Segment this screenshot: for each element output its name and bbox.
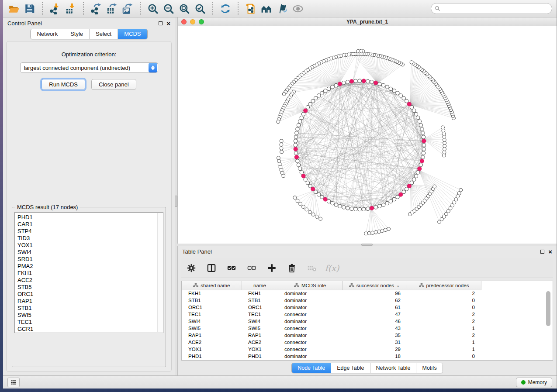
network-leaf-node[interactable] <box>296 199 299 203</box>
tab-node-table[interactable]: Node Table <box>292 363 331 373</box>
mcds-hub-node[interactable] <box>420 159 424 163</box>
network-leaf-node[interactable] <box>410 61 413 64</box>
network-node[interactable] <box>358 79 361 83</box>
network-node[interactable] <box>396 195 399 199</box>
network-node[interactable] <box>308 184 312 188</box>
network-node[interactable] <box>300 116 303 119</box>
tab-select[interactable]: Select <box>90 29 118 39</box>
network-leaf-node[interactable] <box>374 230 377 234</box>
mcds-hub-node[interactable] <box>294 155 298 159</box>
network-node[interactable] <box>392 197 396 201</box>
mcds-result-item[interactable]: TEC1 <box>17 319 163 326</box>
mcds-result-item[interactable]: SRD1 <box>17 256 163 263</box>
network-node[interactable] <box>298 167 301 170</box>
run-mcds-button[interactable]: Run MCDS <box>42 79 85 90</box>
network-node[interactable] <box>412 109 416 112</box>
network-node[interactable] <box>414 112 418 116</box>
table-row[interactable]: ORC1ORC1dominator610 <box>182 304 481 311</box>
network-node[interactable] <box>295 131 298 135</box>
network-leaf-node[interactable] <box>282 93 286 96</box>
network-leaf-node[interactable] <box>442 154 446 157</box>
save-session-button[interactable] <box>23 2 36 15</box>
network-node[interactable] <box>294 151 298 155</box>
open-file-button[interactable] <box>7 2 21 15</box>
table-row[interactable]: RAP1RAP1dominator352 <box>182 332 481 339</box>
network-node[interactable] <box>304 178 307 181</box>
network-node[interactable] <box>354 79 357 83</box>
network-node[interactable] <box>314 190 318 193</box>
network-node[interactable] <box>366 79 370 83</box>
network-node[interactable] <box>346 206 349 210</box>
close-panel-icon[interactable]: × <box>166 21 170 25</box>
network-node[interactable] <box>296 159 299 163</box>
mcds-result-item[interactable]: CAR1 <box>17 221 163 228</box>
vertical-splitter[interactable] <box>175 17 177 375</box>
mcds-list-scrollbar[interactable] <box>157 213 163 332</box>
network-node[interactable] <box>308 102 312 106</box>
optimization-criterion-select[interactable]: largest connected component (undirected) <box>20 62 158 73</box>
function-builder-button[interactable]: f(x) <box>326 262 338 274</box>
network-node[interactable] <box>402 190 405 193</box>
network-leaf-node[interactable] <box>367 231 371 235</box>
column-header-predecessor-nodes[interactable]: predecessor nodes <box>407 281 481 290</box>
table-settings-button[interactable] <box>186 262 197 274</box>
network-leaf-node[interactable] <box>302 205 305 209</box>
network-leaf-node[interactable] <box>443 148 446 151</box>
export-table-button[interactable] <box>105 2 118 15</box>
mcds-result-item[interactable]: ACE2 <box>17 277 163 284</box>
network-node[interactable] <box>317 193 320 196</box>
scrollbar-thumb[interactable] <box>546 291 550 326</box>
network-leaf-node[interactable] <box>280 147 283 150</box>
mcds-result-item[interactable]: PHD1 <box>17 214 163 221</box>
network-leaf-node[interactable] <box>381 229 384 233</box>
table-row[interactable]: STB1STB1dominator620 <box>182 297 481 304</box>
show-log-button[interactable] <box>7 378 20 387</box>
network-node[interactable] <box>378 204 381 208</box>
float-panel-icon[interactable] <box>159 21 163 25</box>
network-node[interactable] <box>334 83 338 87</box>
zoom-in-button[interactable] <box>146 2 159 15</box>
delete-table-button[interactable] <box>306 262 318 274</box>
delete-column-button[interactable] <box>286 262 298 274</box>
network-node[interactable] <box>327 87 330 90</box>
network-node[interactable] <box>381 203 385 206</box>
splitter-grip[interactable] <box>361 244 373 246</box>
network-node[interactable] <box>323 89 327 93</box>
network-leaf-node[interactable] <box>456 195 460 198</box>
network-node[interactable] <box>421 155 425 159</box>
network-node[interactable] <box>422 147 426 151</box>
network-node[interactable] <box>334 203 338 206</box>
network-node[interactable] <box>422 143 426 147</box>
network-leaf-node[interactable] <box>441 126 445 129</box>
table-scrollbar[interactable] <box>546 290 551 358</box>
network-node[interactable] <box>294 135 298 139</box>
column-header-name[interactable]: name <box>242 281 278 290</box>
network-node[interactable] <box>392 89 396 93</box>
float-panel-icon[interactable] <box>540 250 544 254</box>
network-leaf-node[interactable] <box>443 141 446 145</box>
mcds-hub-node[interactable] <box>399 193 403 196</box>
network-leaf-node[interactable] <box>277 156 280 160</box>
network-leaf-node[interactable] <box>433 185 436 188</box>
mcds-hub-node[interactable] <box>301 174 305 178</box>
table-row[interactable]: FKH1FKH1dominator962 <box>182 290 481 297</box>
network-node[interactable] <box>385 85 389 89</box>
mcds-hub-node[interactable] <box>338 82 342 86</box>
network-node[interactable] <box>317 94 320 97</box>
network-leaf-node[interactable] <box>443 138 446 141</box>
table-row[interactable]: PHD1PHD1dominator180 <box>182 353 481 360</box>
network-node[interactable] <box>338 204 342 208</box>
mcds-result-list[interactable]: PHD1CAR1STP4TID3YOX1SWI4SRD1PMA2FKH1ACE2… <box>14 212 163 333</box>
network-node[interactable] <box>389 199 392 203</box>
network-node[interactable] <box>405 99 408 103</box>
network-node[interactable] <box>350 207 353 210</box>
zoom-fit-button[interactable] <box>178 2 191 15</box>
network-node[interactable] <box>298 120 301 123</box>
network-node[interactable] <box>422 135 425 139</box>
network-node[interactable] <box>418 120 421 123</box>
mcds-result-item[interactable]: FKH1 <box>17 270 163 277</box>
network-node[interactable] <box>381 83 385 87</box>
export-network-button[interactable] <box>90 2 103 15</box>
mcds-result-item[interactable]: SWI4 <box>17 249 163 256</box>
tab-mcds[interactable]: MCDS <box>118 29 147 39</box>
